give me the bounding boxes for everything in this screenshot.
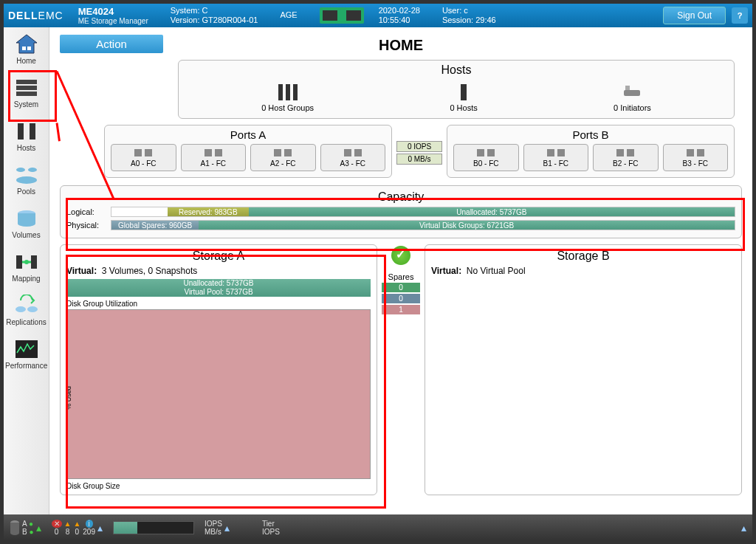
spares-title: Spares: [382, 272, 420, 281]
volumes-icon: [13, 207, 40, 230]
svg-rect-19: [293, 84, 298, 100]
storage-a-virtual: Virtual: 3 Volumes, 0 Snapshots: [66, 266, 371, 276]
port-a1[interactable]: A1 - FC: [181, 144, 247, 171]
datetime: 2020-02-28 10:55:40: [379, 6, 420, 25]
nav-mapping[interactable]: Mapping: [4, 245, 49, 289]
svg-point-13: [24, 260, 29, 264]
port-icon: [546, 148, 566, 158]
svg-rect-1: [27, 47, 31, 50]
spares-red: 1: [382, 305, 420, 314]
footer-controllers: A ● B ● ▴: [10, 518, 41, 537]
ports-a-panel: Ports A A0 - FC A1 - FC A2 - FC A3 - FC: [104, 125, 392, 178]
hosts-count[interactable]: 0 Hosts: [450, 83, 477, 112]
svg-rect-32: [487, 149, 495, 156]
svg-rect-20: [461, 84, 467, 100]
footer-alerts[interactable]: ✕0 ▲8 ▲0 i209 ▴: [52, 520, 103, 536]
svg-rect-2: [16, 80, 37, 84]
replications-icon: [13, 295, 40, 317]
footer-tier: Tier IOPS: [262, 520, 280, 536]
spares-blue: 0: [382, 294, 420, 303]
ports-b-panel: Ports B B0 - FC B1 - FC B2 - FC B3 - FC: [447, 125, 735, 178]
port-icon: [475, 148, 496, 158]
footer-expand-3[interactable]: ▴: [224, 522, 230, 534]
footer-capacity-bar: [113, 521, 194, 534]
port-icon: [272, 148, 293, 158]
age-label: AGE: [280, 10, 297, 20]
chart-xlabel: Disk Group Size: [66, 482, 371, 490]
product-info: ME4024 ME Storage Manager: [78, 6, 148, 25]
storage-a-title: Storage A: [66, 249, 371, 263]
reserved-seg: Reserved: 983GB: [168, 207, 249, 216]
port-icon: [615, 148, 636, 158]
nav-replications[interactable]: Replications: [4, 289, 49, 332]
port-icon: [343, 148, 363, 158]
nav-performance[interactable]: Performance: [4, 332, 49, 376]
iops-box: 0 IOPS 0 MB/s: [396, 141, 442, 166]
physical-label: Physical:: [66, 221, 111, 230]
port-a2[interactable]: A2 - FC: [250, 144, 316, 171]
help-button[interactable]: ?: [732, 7, 748, 24]
svg-rect-23: [134, 149, 142, 156]
system-icon: [13, 77, 40, 99]
footer-expand-1[interactable]: ▴: [36, 522, 41, 534]
svg-rect-4: [16, 92, 37, 96]
mbs-value: 0 MB/s: [396, 154, 442, 165]
svg-rect-12: [31, 255, 37, 269]
sign-out-button[interactable]: Sign Out: [663, 7, 726, 24]
host-groups-icon: [275, 83, 300, 102]
capacity-title: Capacity: [66, 190, 735, 204]
nav-system[interactable]: System: [4, 71, 49, 114]
svg-rect-34: [557, 149, 565, 156]
chart-ylabel: % Used: [65, 386, 72, 410]
iops-value: 0 IOPS: [396, 141, 442, 152]
svg-rect-37: [687, 149, 694, 156]
port-a3[interactable]: A3 - FC: [320, 144, 386, 171]
globalspares-seg: Global Spares: 960GB: [111, 221, 199, 230]
capacity-panel: Capacity Logical: Reserved: 983GB Unallo…: [60, 185, 742, 238]
svg-rect-0: [22, 47, 26, 50]
nav-pools[interactable]: Pools: [4, 158, 49, 202]
nav-hosts[interactable]: Hosts: [4, 114, 49, 158]
footer-collapse[interactable]: ▴: [741, 522, 746, 534]
footer-expand-2[interactable]: ▴: [97, 522, 103, 534]
spares-green: 0: [382, 283, 420, 292]
port-b2[interactable]: B2 - FC: [593, 144, 659, 171]
user-info: User: c Session: 29:46: [442, 6, 496, 25]
hosts-icon: [13, 120, 40, 142]
svg-rect-22: [625, 86, 630, 90]
initiators[interactable]: 0 Initiators: [614, 83, 651, 112]
svg-rect-36: [627, 149, 634, 156]
svg-point-9: [28, 168, 37, 172]
svg-rect-21: [624, 90, 640, 96]
system-info: System: C Version: GT280R004-01: [171, 6, 258, 25]
host-groups[interactable]: 0 Host Groups: [261, 83, 314, 112]
svg-rect-5: [18, 123, 24, 140]
logical-label: Logical:: [66, 207, 111, 216]
port-icon: [203, 148, 224, 158]
svg-point-8: [16, 168, 25, 172]
port-a0[interactable]: A0 - FC: [111, 144, 176, 171]
hosts-title: Hosts: [179, 61, 734, 80]
svg-rect-18: [286, 84, 290, 100]
brand-logo: DELLEMC: [8, 10, 63, 21]
port-b1[interactable]: B1 - FC: [523, 144, 589, 171]
svg-rect-28: [284, 149, 292, 156]
disk-group-util-title: Disk Group Utilization: [66, 300, 371, 308]
svg-rect-29: [344, 149, 351, 156]
nav-home[interactable]: Home: [4, 27, 49, 71]
status-check-icon: [391, 246, 410, 265]
nav-volumes[interactable]: Volumes: [4, 202, 49, 245]
port-b0[interactable]: B0 - FC: [453, 144, 519, 171]
svg-rect-26: [215, 149, 222, 156]
svg-point-14: [16, 306, 26, 312]
sidebar: Home System Hosts Pools Volumes Mapping …: [4, 27, 49, 514]
svg-rect-11: [16, 255, 22, 269]
page-title: HOME: [60, 37, 742, 54]
svg-rect-25: [205, 149, 212, 156]
svg-rect-17: [278, 84, 283, 100]
svg-rect-30: [354, 149, 362, 156]
port-b3[interactable]: B3 - FC: [663, 144, 729, 171]
logical-bar: Reserved: 983GB Unallocated: 5737GB: [111, 207, 735, 217]
pools-icon: [13, 164, 40, 186]
port-icon: [685, 148, 706, 158]
